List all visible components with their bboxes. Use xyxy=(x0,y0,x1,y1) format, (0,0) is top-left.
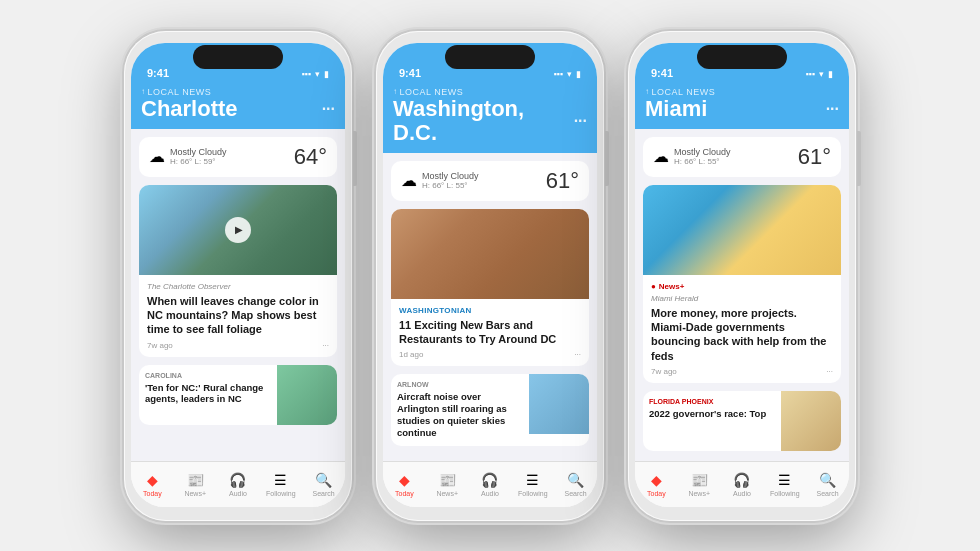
signal-icon: ▪▪▪ xyxy=(805,69,815,79)
newsplus-icon: 📰 xyxy=(439,472,456,488)
content-miami: ☁ Mostly Cloudy H: 66° L: 55° 61° ● News… xyxy=(635,129,849,461)
status-icons: ▪▪▪ ▾ ▮ xyxy=(301,69,329,79)
news-time: 7w ago xyxy=(147,341,173,350)
weather-desc: Mostly Cloudy xyxy=(170,147,227,157)
secondary-text: ARLNOW Aircraft noise over Arlington sti… xyxy=(391,374,529,446)
status-time: 9:41 xyxy=(399,67,421,79)
local-news-label: LOCAL NEWS xyxy=(141,87,335,97)
newsplus-icon: 📰 xyxy=(691,472,708,488)
more-button[interactable]: ··· xyxy=(826,100,839,118)
status-bar-charlotte: 9:41 ▪▪▪ ▾ ▮ xyxy=(131,43,345,83)
battery-icon: ▮ xyxy=(576,69,581,79)
tab-newsplus[interactable]: 📰 News+ xyxy=(174,472,217,497)
weather-card: ☁ Mostly Cloudy H: 66° L: 55° 61° xyxy=(391,161,589,201)
secondary-image-washington xyxy=(529,374,589,434)
phone-charlotte: 9:41 ▪▪▪ ▾ ▮ LOCAL NEWS Charlotte ··· xyxy=(124,31,352,521)
tab-search[interactable]: 🔍 Search xyxy=(806,472,849,497)
tab-audio-label: Audio xyxy=(733,490,751,497)
tab-newsplus[interactable]: 📰 News+ xyxy=(426,472,469,497)
wifi-icon: ▾ xyxy=(567,69,572,79)
status-time: 9:41 xyxy=(147,67,169,79)
secondary-news-card-washington[interactable]: ARLNOW Aircraft noise over Arlington sti… xyxy=(391,374,589,446)
more-button[interactable]: ··· xyxy=(574,112,587,130)
screen-washington: 9:41 ▪▪▪ ▾ ▮ LOCAL NEWS Washington, D.C.… xyxy=(383,43,597,507)
secondary-headline: 'Ten for NC:' Rural change agents, leade… xyxy=(145,382,271,406)
news-body: WASHINGTONIAN 11 Exciting New Bars and R… xyxy=(391,299,589,367)
city-name: Charlotte xyxy=(141,97,238,121)
tab-search[interactable]: 🔍 Search xyxy=(554,472,597,497)
news-headline: More money, more projects. Miami-Dade go… xyxy=(651,306,833,363)
secondary-headline: Aircraft noise over Arlington still roar… xyxy=(397,391,523,439)
tab-audio[interactable]: 🎧 Audio xyxy=(217,472,260,497)
secondary-text: CAROLINA 'Ten for NC:' Rural change agen… xyxy=(139,365,277,425)
secondary-news-card-charlotte[interactable]: CAROLINA 'Ten for NC:' Rural change agen… xyxy=(139,365,337,425)
main-news-card-miami[interactable]: ● News+ Miami Herald More money, more pr… xyxy=(643,185,841,383)
weather-temp: 61° xyxy=(546,168,579,194)
following-icon: ☰ xyxy=(526,472,539,488)
weather-card: ☁ Mostly Cloudy H: 66° L: 55° 61° xyxy=(643,137,841,177)
news-headline: 11 Exciting New Bars and Restaurants to … xyxy=(399,318,581,347)
screen-miami: 9:41 ▪▪▪ ▾ ▮ LOCAL NEWS Miami ··· ☁ xyxy=(635,43,849,507)
audio-icon: 🎧 xyxy=(229,472,246,488)
play-button[interactable] xyxy=(225,217,251,243)
tab-search[interactable]: 🔍 Search xyxy=(302,472,345,497)
secondary-text: FLORIDA PHOENIX 2022 governor's race: To… xyxy=(643,391,781,451)
content-charlotte: ☁ Mostly Cloudy H: 66° L: 59° 64° The Ch xyxy=(131,129,345,461)
weather-left: ☁ Mostly Cloudy H: 66° L: 55° xyxy=(401,171,479,190)
tab-bar-miami: ◆ Today 📰 News+ 🎧 Audio ☰ Following 🔍 xyxy=(635,461,849,507)
tab-today[interactable]: ◆ Today xyxy=(131,472,174,497)
tab-following[interactable]: ☰ Following xyxy=(511,472,554,497)
tab-newsplus[interactable]: 📰 News+ xyxy=(678,472,721,497)
tab-following-label: Following xyxy=(518,490,548,497)
scene: 9:41 ▪▪▪ ▾ ▮ LOCAL NEWS Charlotte ··· xyxy=(104,11,876,541)
secondary-news-card-miami[interactable]: FLORIDA PHOENIX 2022 governor's race: To… xyxy=(643,391,841,451)
news-meta: 7w ago ··· xyxy=(651,367,833,376)
apple-news-icon: ● xyxy=(651,282,656,291)
weather-sub: H: 66° L: 59° xyxy=(170,157,227,166)
secondary-image-miami xyxy=(781,391,841,451)
news-time: 1d ago xyxy=(399,350,423,359)
news-source-red: ● News+ xyxy=(651,282,833,291)
following-icon: ☰ xyxy=(274,472,287,488)
tab-search-label: Search xyxy=(816,490,838,497)
tab-today-label: Today xyxy=(647,490,666,497)
news-source: The Charlotte Observer xyxy=(147,282,329,291)
secondary-headline: 2022 governor's race: Top xyxy=(649,408,775,420)
signal-icon: ▪▪▪ xyxy=(301,69,311,79)
weather-card: ☁ Mostly Cloudy H: 66° L: 59° 64° xyxy=(139,137,337,177)
tab-today[interactable]: ◆ Today xyxy=(635,472,678,497)
tab-audio[interactable]: 🎧 Audio xyxy=(469,472,512,497)
tab-audio[interactable]: 🎧 Audio xyxy=(721,472,764,497)
news-headline: When will leaves change color in NC moun… xyxy=(147,294,329,337)
local-news-label: LOCAL NEWS xyxy=(645,87,839,97)
news-time: 7w ago xyxy=(651,367,677,376)
tab-today[interactable]: ◆ Today xyxy=(383,472,426,497)
tab-bar-charlotte: ◆ Today 📰 News+ 🎧 Audio ☰ Following 🔍 xyxy=(131,461,345,507)
status-icons: ▪▪▪ ▾ ▮ xyxy=(805,69,833,79)
news-more[interactable]: ··· xyxy=(826,367,833,376)
news-source: Miami Herald xyxy=(651,294,833,303)
news-meta: 1d ago ··· xyxy=(399,350,581,359)
phone-washington: 9:41 ▪▪▪ ▾ ▮ LOCAL NEWS Washington, D.C.… xyxy=(376,31,604,521)
weather-desc: Mostly Cloudy xyxy=(422,171,479,181)
news-more[interactable]: ··· xyxy=(322,341,329,350)
city-name: Miami xyxy=(645,97,707,121)
tab-following[interactable]: ☰ Following xyxy=(259,472,302,497)
main-news-card-washington[interactable]: WASHINGTONIAN 11 Exciting New Bars and R… xyxy=(391,209,589,367)
news-more[interactable]: ··· xyxy=(574,350,581,359)
main-news-card-charlotte[interactable]: The Charlotte Observer When will leaves … xyxy=(139,185,337,357)
news-body: The Charlotte Observer When will leaves … xyxy=(139,275,337,357)
tab-today-label: Today xyxy=(143,490,162,497)
tab-newsplus-label: News+ xyxy=(184,490,206,497)
secondary-source: CAROLINA xyxy=(145,372,271,379)
tab-following[interactable]: ☰ Following xyxy=(763,472,806,497)
battery-icon: ▮ xyxy=(828,69,833,79)
phone-miami: 9:41 ▪▪▪ ▾ ▮ LOCAL NEWS Miami ··· ☁ xyxy=(628,31,856,521)
weather-left: ☁ Mostly Cloudy H: 66° L: 59° xyxy=(149,147,227,166)
tab-newsplus-label: News+ xyxy=(436,490,458,497)
more-button[interactable]: ··· xyxy=(322,100,335,118)
search-icon: 🔍 xyxy=(819,472,836,488)
weather-temp: 61° xyxy=(798,144,831,170)
status-icons: ▪▪▪ ▾ ▮ xyxy=(553,69,581,79)
app-header-miami: LOCAL NEWS Miami ··· xyxy=(635,83,849,129)
